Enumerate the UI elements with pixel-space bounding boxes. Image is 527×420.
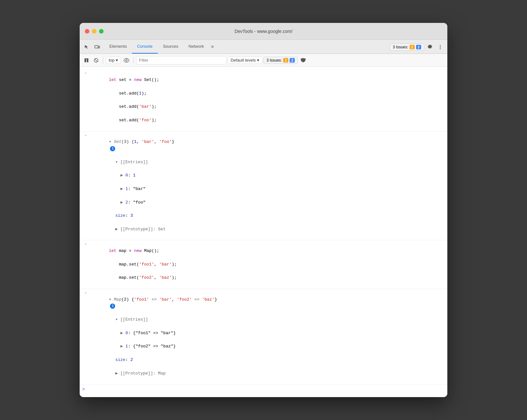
tab-bar: Elements Console Sources Network » 3 Iss… [80, 40, 447, 54]
info-badge: 2 [416, 45, 421, 49]
traffic-lights [85, 29, 104, 34]
issues-badge[interactable]: 3 Issues: 1 2 [390, 44, 424, 51]
minimize-button[interactable] [92, 29, 96, 34]
eye-icon-button[interactable] [122, 56, 131, 65]
context-dropdown-arrow: ▾ [116, 58, 118, 63]
set-info-icon[interactable]: i [110, 146, 115, 151]
toolbar-divider-1 [103, 57, 103, 64]
console-issues-count[interactable]: 3 Issues: 1 2 [264, 57, 298, 64]
svg-rect-7 [87, 58, 88, 62]
clear-console-button[interactable] [82, 56, 91, 65]
map-info-icon[interactable]: i [110, 304, 115, 309]
code-set-output: ▾ Set(3) {1, 'bar', 'foo'} i ▾ [[Entries… [89, 132, 445, 240]
console-content: › let set = new Set(); set.add(1); set.a… [80, 67, 447, 397]
svg-point-3 [440, 47, 441, 48]
tab-network[interactable]: Network [184, 39, 209, 54]
log-levels-selector[interactable]: Default levels ▾ [228, 56, 262, 64]
close-button[interactable] [85, 29, 89, 34]
device-toolbar-icon[interactable] [93, 43, 102, 52]
tab-elements[interactable]: Elements [104, 39, 132, 54]
console-entry-set-input: › let set = new Set(); set.add(1); set.a… [80, 69, 447, 131]
svg-point-2 [440, 45, 441, 46]
code-set-input: let set = new Set(); set.add(1); set.add… [89, 70, 445, 130]
title-bar: DevTools - www.google.com/ [80, 23, 447, 40]
console-entry-map-output: ‹ ▾ Map(2) {'foo1' => 'bar', 'foo2' => '… [80, 289, 447, 385]
more-tabs-button[interactable]: » [209, 39, 216, 54]
code-map-output: ▾ Map(2) {'foo1' => 'bar', 'foo2' => 'ba… [89, 290, 445, 384]
devtools-window: DevTools - www.google.com/ Elements Cons… [80, 23, 447, 397]
code-map-input: let map = new Map(); map.set('foo1', 'ba… [89, 241, 445, 288]
console-toolbar: top ▾ Default levels ▾ 3 Issues: 1 2 [80, 54, 447, 67]
svg-point-4 [440, 48, 441, 49]
gutter-arrow-2[interactable]: › [81, 241, 89, 288]
svg-rect-1 [98, 46, 100, 48]
console-settings-button[interactable] [299, 56, 307, 65]
settings-button[interactable] [425, 43, 434, 52]
console-entry-map-input: › let map = new Map(); map.set('foo1', '… [80, 240, 447, 289]
console-info-badge: 2 [290, 58, 295, 63]
levels-dropdown-arrow: ▾ [257, 58, 259, 63]
console-entry-set-output: ‹ ▾ Set(3) {1, 'bar', 'foo'} i ▾ [[Entri… [80, 132, 447, 241]
more-options-button[interactable] [436, 43, 445, 52]
tab-bar-right: 3 Issues: 1 2 [390, 43, 445, 54]
tab-bar-left-icons [82, 43, 102, 54]
gutter-collapse-set[interactable]: ‹ [81, 132, 89, 240]
gutter-arrow-1[interactable]: › [81, 70, 89, 130]
window-title: DevTools - www.google.com/ [234, 29, 293, 34]
tab-console[interactable]: Console [132, 39, 158, 54]
warning-badge: 1 [410, 45, 415, 49]
svg-point-10 [126, 59, 127, 61]
maximize-button[interactable] [99, 29, 104, 34]
filter-input[interactable] [136, 56, 226, 65]
svg-rect-0 [95, 45, 98, 48]
console-warning-badge: 1 [283, 58, 288, 63]
prompt-symbol: > [82, 386, 85, 393]
context-selector[interactable]: top ▾ [106, 56, 121, 64]
inspect-element-icon[interactable] [82, 43, 91, 52]
gutter-collapse-map[interactable]: ‹ [81, 290, 89, 384]
block-icon-button[interactable] [92, 56, 100, 65]
toolbar-divider-2 [133, 57, 134, 64]
svg-line-9 [95, 59, 98, 62]
tab-sources[interactable]: Sources [158, 39, 184, 54]
console-input[interactable] [87, 387, 445, 392]
console-prompt: > [80, 385, 447, 394]
